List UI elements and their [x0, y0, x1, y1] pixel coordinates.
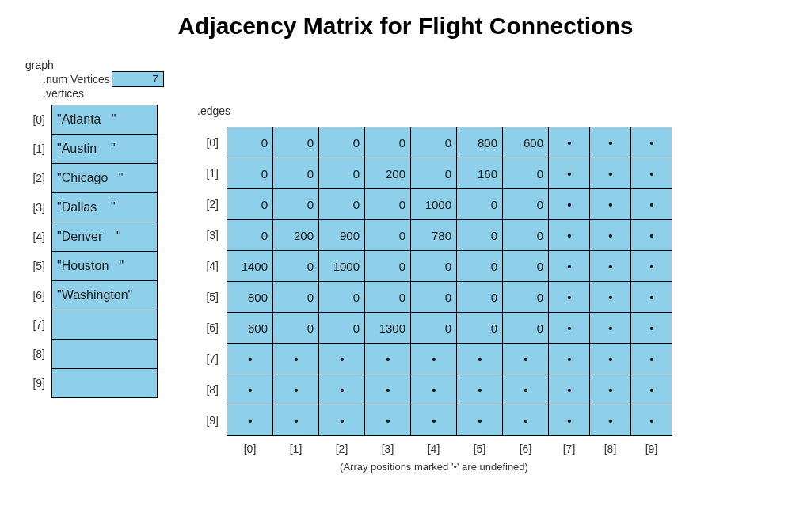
matrix-cell: 800 — [227, 282, 273, 313]
matrix-cell: 0 — [273, 282, 319, 313]
matrix-cell: 0 — [411, 313, 457, 344]
matrix-cell: 1400 — [227, 251, 273, 282]
vertex-cell — [52, 369, 158, 398]
vertex-cell: "Chicago " — [52, 164, 158, 193]
matrix-cell: • — [273, 344, 319, 374]
matrix-cell: • — [411, 374, 457, 405]
col-index: [2] — [319, 436, 365, 457]
matrix-cell: • — [503, 374, 549, 405]
matrix-cell: • — [319, 374, 365, 405]
matrix-cell: 0 — [411, 127, 457, 158]
matrix-cell: • — [457, 344, 503, 374]
matrix-cell: • — [457, 374, 503, 405]
matrix-cell: • — [631, 158, 672, 189]
row-index: [8] — [196, 374, 227, 405]
matrix-cell: • — [227, 344, 273, 374]
matrix-cell: 0 — [273, 189, 319, 220]
matrix-cell: • — [549, 189, 590, 220]
matrix-cell: • — [549, 220, 590, 251]
matrix-cell: 0 — [503, 251, 549, 282]
vertices-label: .vertices — [43, 87, 789, 100]
footnote: (Array positions marked '•' are undefine… — [196, 461, 672, 473]
matrix-cell: 200 — [273, 220, 319, 251]
vertex-index: [0] — [22, 105, 52, 135]
matrix-cell: 200 — [365, 158, 411, 189]
matrix-cell: 0 — [503, 220, 549, 251]
col-index: [8] — [590, 436, 631, 457]
row-index: [3] — [196, 220, 227, 251]
matrix-cell: 0 — [457, 251, 503, 282]
matrix-cell: 0 — [503, 282, 549, 313]
vertex-index: [5] — [22, 252, 52, 281]
matrix-cell: 0 — [227, 220, 273, 251]
matrix-cell: • — [590, 344, 631, 374]
matrix-cell: 0 — [319, 189, 365, 220]
vertex-cell: "Houston " — [52, 252, 158, 281]
matrix-cell: • — [590, 405, 631, 436]
table-row: [9]•••••••••• — [196, 405, 672, 436]
row-index: [9] — [196, 405, 227, 436]
vertex-cell: "Dallas " — [52, 193, 158, 222]
vertex-cell: "Atlanta " — [52, 105, 158, 135]
vertex-cell: "Denver " — [52, 222, 158, 252]
matrix-cell: 0 — [457, 282, 503, 313]
matrix-cell: 0 — [227, 158, 273, 189]
table-row: [6]600001300000••• — [196, 313, 672, 344]
matrix-cell: 780 — [411, 220, 457, 251]
col-index: [3] — [365, 436, 411, 457]
table-row: [4]1400010000000••• — [196, 251, 672, 282]
matrix-cell: 0 — [365, 251, 411, 282]
table-row: [0]00000800600••• — [196, 127, 672, 158]
matrix-cell: 0 — [227, 189, 273, 220]
matrix-cell: • — [365, 405, 411, 436]
table-row: [3]0200900078000••• — [196, 220, 672, 251]
matrix-cell: • — [549, 313, 590, 344]
matrix-cell: • — [457, 405, 503, 436]
matrix-cell: • — [319, 405, 365, 436]
matrix-cell: • — [549, 374, 590, 405]
matrix-cell: • — [227, 405, 273, 436]
matrix-cell: • — [590, 189, 631, 220]
matrix-cell: • — [273, 405, 319, 436]
matrix-cell: 0 — [319, 282, 365, 313]
matrix-cell: • — [631, 405, 672, 436]
matrix-cell: 0 — [273, 158, 319, 189]
matrix-cell: 0 — [503, 189, 549, 220]
matrix-cell: 0 — [411, 251, 457, 282]
matrix-cell: • — [631, 189, 672, 220]
edges-label: .edges — [197, 104, 672, 117]
matrix-cell: 0 — [319, 127, 365, 158]
vertex-cell — [52, 310, 158, 340]
matrix-cell: • — [631, 127, 672, 158]
matrix-cell: 0 — [227, 127, 273, 158]
vertices-list: [0]"Atlanta "[1]"Austin "[2]"Chicago "[3… — [22, 104, 158, 398]
row-index: [4] — [196, 251, 227, 282]
matrix-cell: 0 — [365, 220, 411, 251]
matrix-cell: • — [631, 220, 672, 251]
matrix-cell: • — [590, 220, 631, 251]
matrix-cell: • — [549, 127, 590, 158]
matrix-cell: • — [365, 374, 411, 405]
matrix-cell: • — [549, 158, 590, 189]
matrix-cell: • — [590, 251, 631, 282]
matrix-cell: 0 — [273, 251, 319, 282]
matrix-cell: 0 — [411, 282, 457, 313]
matrix-cell: 1300 — [365, 313, 411, 344]
matrix-cell: • — [503, 344, 549, 374]
vertex-index: [4] — [22, 222, 52, 252]
table-row: [2]0000100000••• — [196, 189, 672, 220]
col-index: [1] — [273, 436, 319, 457]
row-index: [0] — [196, 127, 227, 158]
row-index: [6] — [196, 313, 227, 344]
matrix-cell: 1000 — [411, 189, 457, 220]
matrix-cell: 0 — [319, 313, 365, 344]
matrix-cell: • — [549, 405, 590, 436]
matrix-cell: 0 — [457, 313, 503, 344]
vertex-cell: "Austin " — [52, 135, 158, 164]
table-row: [5]800000000••• — [196, 282, 672, 313]
vertex-index: [6] — [22, 281, 52, 310]
matrix-cell: • — [227, 374, 273, 405]
vertex-index: [1] — [22, 135, 52, 164]
matrix-cell: 0 — [503, 313, 549, 344]
vertex-index: [3] — [22, 193, 52, 222]
